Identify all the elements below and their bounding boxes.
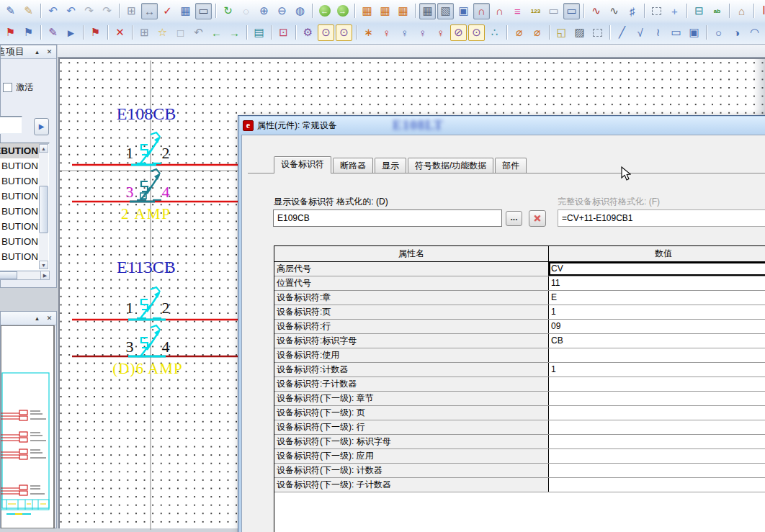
forward-icon[interactable]: → [334, 3, 351, 19]
undo-icon[interactable]: ↶ [63, 3, 79, 19]
property-name-cell[interactable]: 设备标识符:行 [274, 320, 549, 333]
filter-input[interactable] [0, 116, 22, 134]
column-header-value[interactable]: 数值 [549, 246, 765, 261]
tree-item[interactable]: BUTION [0, 173, 40, 189]
property-name-cell[interactable]: 设备标识符:计数器 [274, 363, 549, 377]
terminal-diagram-icon[interactable]: ⊡ [275, 24, 292, 41]
value-123-icon[interactable]: 123 [527, 3, 544, 19]
project-structure-list[interactable]: EBUTIONBUTIONBUTIONBUTIONBUTIONBUTIONBUT… [0, 143, 50, 271]
property-name-cell[interactable]: 设备标识符(下一级): 页 [274, 406, 549, 420]
apply-check-icon[interactable]: ✓ [159, 3, 176, 19]
conn-cross-icon[interactable]: ♯ [624, 3, 640, 19]
back-icon[interactable]: ← [316, 3, 333, 19]
stamp-icon[interactable]: ⌂ [733, 3, 750, 19]
property-name-cell[interactable]: 设备标识符:子计数器 [274, 377, 549, 391]
contact-yellow2-icon[interactable]: ⊙ [468, 24, 485, 41]
property-value-cell[interactable]: 09 [549, 320, 765, 333]
coil2-icon[interactable]: ⌀ [529, 24, 545, 41]
region-select-icon[interactable] [589, 24, 606, 41]
pin-purple-icon[interactable]: ♀ [414, 24, 431, 41]
redo-icon[interactable]: ↷ [81, 3, 97, 19]
property-value-cell[interactable] [549, 435, 765, 448]
coil-icon[interactable]: ⌀ [511, 24, 527, 41]
tab-4[interactable]: 符号数据/功能数据 [408, 158, 493, 173]
multi-symbol-icon[interactable]: ∗ [360, 24, 377, 41]
frame-icon[interactable]: ▣ [455, 3, 472, 19]
property-value-cell[interactable] [549, 478, 765, 492]
corner-mark-icon[interactable]: ◱ [553, 24, 570, 41]
activate-checkbox[interactable] [3, 83, 12, 92]
connector-pink-icon[interactable]: ≡ [509, 3, 526, 19]
property-name-cell[interactable]: 设备标识符:标识字母 [274, 334, 549, 348]
device-code[interactable]: E108CB [117, 104, 176, 123]
device-list-icon[interactable]: ▤ [251, 24, 267, 41]
property-value-cell[interactable]: 11 [549, 276, 765, 290]
device-circle-icon[interactable]: ⊙ [318, 24, 334, 41]
tree-item[interactable]: EBUTION [0, 143, 40, 158]
property-value-cell[interactable] [549, 348, 765, 362]
grid-b-icon[interactable]: ▦ [377, 3, 393, 19]
apply-filter-button[interactable]: ▶ [34, 118, 49, 135]
delete-flag-icon[interactable]: ⚑ [87, 24, 104, 41]
undo-point-icon[interactable]: ↶ [45, 3, 61, 19]
select-area-icon[interactable] [648, 3, 665, 19]
browse-button[interactable]: ... [506, 211, 522, 226]
tab-3[interactable]: 显示 [375, 158, 406, 173]
tree-item[interactable]: BUTION [0, 234, 40, 249]
magnet-icon[interactable]: ∩ [473, 3, 490, 19]
column-header-name[interactable]: 属性名 [274, 246, 549, 261]
copy-page-icon[interactable]: ⊞ [136, 24, 153, 41]
tree-item[interactable]: BUTION [0, 219, 40, 234]
zoom-out-icon[interactable]: ⊖ [274, 3, 290, 19]
draw-arc-icon[interactable]: ◠ [746, 24, 763, 41]
panel-blue-icon[interactable]: ▭ [563, 3, 580, 19]
property-name-cell[interactable]: 高层代号 [274, 262, 549, 276]
draw-polyline-icon[interactable]: √ [632, 24, 648, 41]
panel-pin-icon[interactable]: ▴ [32, 48, 42, 57]
draw-rect2-icon[interactable]: ▣ [686, 24, 702, 41]
zoom-in-icon[interactable]: ⊕ [256, 3, 272, 19]
displayed-dt-input[interactable]: E109CB [273, 209, 502, 227]
conn-wave2-icon[interactable]: ∿ [606, 3, 622, 19]
draw-bezier-icon[interactable]: ≀ [650, 24, 666, 41]
page-blank-icon[interactable]: □ [172, 24, 189, 41]
revert-icon[interactable]: ↶ [190, 24, 207, 41]
brush-icon[interactable]: ✎ [2, 3, 19, 19]
edit-device-icon[interactable]: ✎ [45, 24, 61, 41]
grid-on-icon[interactable]: ▦ [419, 3, 436, 19]
flag-red-icon[interactable]: ⚑ [2, 24, 19, 41]
draw-line-icon[interactable]: ╱ [614, 24, 630, 41]
grid-c-icon[interactable]: ▦ [395, 3, 411, 19]
tab-1[interactable]: 设备标识符 [274, 156, 331, 173]
grid-a-icon[interactable]: ▦ [359, 3, 375, 19]
tab-5[interactable]: 部件 [495, 158, 527, 173]
refresh-icon[interactable]: ↻ [220, 3, 236, 19]
tree-item[interactable]: BUTION [0, 249, 40, 264]
property-value-cell[interactable]: CB [549, 334, 765, 348]
property-name-cell[interactable]: 设备标识符(下一级): 计数器 [274, 464, 549, 477]
contact-yellow-icon[interactable]: ⊘ [450, 24, 467, 41]
draw-rect-icon[interactable]: ▭ [668, 24, 684, 41]
jump-icon[interactable]: ► [63, 24, 79, 41]
tree-horizontal-scrollbar[interactable]: ▶ [0, 271, 50, 280]
property-value-cell[interactable]: 1 [549, 363, 765, 377]
draw-circle-fill-icon[interactable]: ◑ [728, 24, 745, 41]
pin-blue-icon[interactable]: ♀ [396, 24, 413, 41]
property-name-cell[interactable]: 设备标识符(下一级): 子计数器 [274, 478, 549, 492]
property-name-cell[interactable]: 设备标识符:页 [274, 305, 549, 319]
tab-2[interactable]: 断路器 [333, 158, 373, 173]
panel-pin-icon[interactable]: ▴ [32, 314, 42, 323]
property-value-cell[interactable]: CV [549, 262, 765, 276]
property-value-cell[interactable]: E [549, 291, 765, 305]
property-name-cell[interactable]: 位置代号 [274, 276, 549, 290]
clear-dt-button[interactable]: ✕ [529, 210, 546, 227]
image-fill-icon[interactable]: ▨ [571, 24, 588, 41]
property-name-cell[interactable]: 设备标识符:使用 [274, 348, 549, 362]
dialog-titlebar[interactable]: e 属性(元件): 常规设备 E108LT [240, 117, 765, 134]
tree-item[interactable]: BUTION [0, 204, 40, 219]
gears-icon[interactable]: ⚙ [300, 24, 316, 41]
property-value-cell[interactable] [549, 464, 765, 477]
textbox-icon[interactable]: ▭ [545, 3, 562, 19]
window-transfer-icon[interactable]: ↔ [141, 3, 158, 19]
property-name-cell[interactable]: 设备标识符(下一级): 行 [274, 420, 549, 434]
